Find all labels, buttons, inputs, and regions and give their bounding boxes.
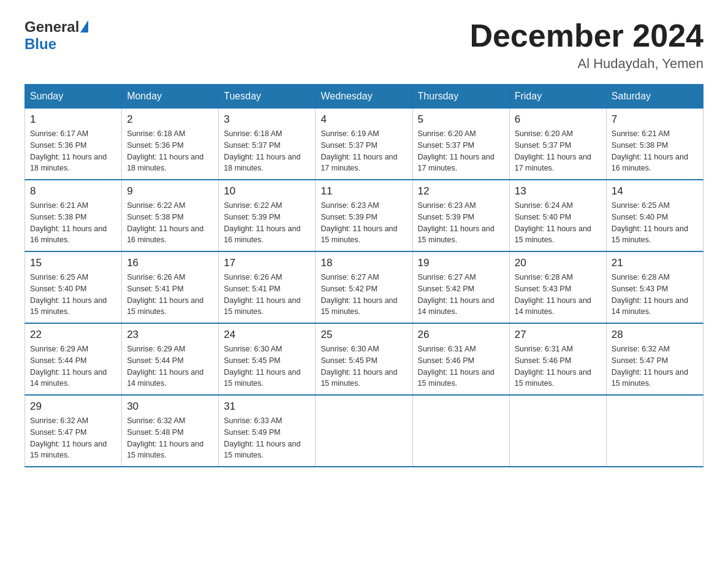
calendar-cell: 25 Sunrise: 6:30 AM Sunset: 5:45 PM Dayl… [316, 323, 412, 395]
day-number: 25 [320, 329, 407, 341]
calendar-cell: 5 Sunrise: 6:20 AM Sunset: 5:37 PM Dayli… [412, 109, 509, 180]
header-saturday: Saturday [606, 85, 703, 109]
day-number: 19 [418, 257, 504, 269]
calendar-cell: 26 Sunrise: 6:31 AM Sunset: 5:46 PM Dayl… [412, 323, 509, 395]
day-number: 4 [320, 113, 407, 126]
week-row-1: 1 Sunrise: 6:17 AM Sunset: 5:36 PM Dayli… [25, 109, 703, 180]
calendar-cell: 1 Sunrise: 6:17 AM Sunset: 5:36 PM Dayli… [25, 109, 122, 180]
calendar-cell: 21 Sunrise: 6:28 AM Sunset: 5:43 PM Dayl… [606, 251, 703, 323]
day-number: 31 [224, 400, 310, 413]
day-number: 2 [127, 113, 213, 126]
calendar-cell: 31 Sunrise: 6:33 AM Sunset: 5:49 PM Dayl… [219, 395, 316, 467]
day-number: 29 [30, 400, 116, 413]
calendar-cell: 30 Sunrise: 6:32 AM Sunset: 5:48 PM Dayl… [122, 395, 219, 467]
calendar-cell: 22 Sunrise: 6:29 AM Sunset: 5:44 PM Dayl… [25, 323, 122, 395]
calendar-cell: 12 Sunrise: 6:23 AM Sunset: 5:39 PM Dayl… [412, 180, 509, 251]
day-info: Sunrise: 6:26 AM Sunset: 5:41 PM Dayligh… [224, 272, 310, 318]
header-tuesday: Tuesday [219, 85, 316, 109]
week-row-4: 22 Sunrise: 6:29 AM Sunset: 5:44 PM Dayl… [25, 323, 703, 395]
day-info: Sunrise: 6:26 AM Sunset: 5:41 PM Dayligh… [127, 272, 213, 318]
calendar-table: SundayMondayTuesdayWednesdayThursdayFrid… [25, 84, 703, 467]
calendar-cell [509, 395, 606, 467]
day-number: 23 [127, 329, 213, 341]
calendar-cell: 10 Sunrise: 6:22 AM Sunset: 5:39 PM Dayl… [219, 180, 316, 251]
day-info: Sunrise: 6:20 AM Sunset: 5:37 PM Dayligh… [515, 128, 601, 174]
day-info: Sunrise: 6:22 AM Sunset: 5:39 PM Dayligh… [224, 200, 310, 246]
calendar-body: 1 Sunrise: 6:17 AM Sunset: 5:36 PM Dayli… [25, 109, 703, 467]
day-info: Sunrise: 6:31 AM Sunset: 5:46 PM Dayligh… [515, 343, 601, 389]
calendar-header-row: SundayMondayTuesdayWednesdayThursdayFrid… [25, 85, 703, 109]
calendar-cell: 7 Sunrise: 6:21 AM Sunset: 5:38 PM Dayli… [606, 109, 703, 180]
day-number: 28 [612, 329, 698, 341]
day-number: 16 [127, 257, 213, 269]
logo: General Blue [25, 18, 88, 52]
calendar-cell: 6 Sunrise: 6:20 AM Sunset: 5:37 PM Dayli… [509, 109, 606, 180]
calendar-cell: 20 Sunrise: 6:28 AM Sunset: 5:43 PM Dayl… [509, 251, 606, 323]
month-title: December 2024 [469, 18, 703, 53]
calendar-cell: 3 Sunrise: 6:18 AM Sunset: 5:37 PM Dayli… [219, 109, 316, 180]
day-info: Sunrise: 6:32 AM Sunset: 5:47 PM Dayligh… [30, 415, 116, 461]
day-info: Sunrise: 6:32 AM Sunset: 5:48 PM Dayligh… [127, 415, 213, 461]
calendar-cell: 8 Sunrise: 6:21 AM Sunset: 5:38 PM Dayli… [25, 180, 122, 251]
day-info: Sunrise: 6:28 AM Sunset: 5:43 PM Dayligh… [515, 272, 601, 318]
day-number: 13 [515, 185, 601, 197]
day-number: 15 [30, 257, 116, 269]
day-info: Sunrise: 6:21 AM Sunset: 5:38 PM Dayligh… [30, 200, 116, 246]
week-row-3: 15 Sunrise: 6:25 AM Sunset: 5:40 PM Dayl… [25, 251, 703, 323]
calendar-cell: 28 Sunrise: 6:32 AM Sunset: 5:47 PM Dayl… [606, 323, 703, 395]
header-thursday: Thursday [412, 85, 509, 109]
day-number: 3 [224, 113, 310, 126]
day-number: 11 [320, 185, 407, 197]
day-info: Sunrise: 6:20 AM Sunset: 5:37 PM Dayligh… [418, 128, 504, 174]
day-number: 1 [30, 113, 116, 126]
day-number: 30 [127, 400, 213, 413]
day-number: 17 [224, 257, 310, 269]
day-number: 26 [418, 329, 504, 341]
day-number: 5 [418, 113, 504, 126]
week-row-2: 8 Sunrise: 6:21 AM Sunset: 5:38 PM Dayli… [25, 180, 703, 251]
week-row-5: 29 Sunrise: 6:32 AM Sunset: 5:47 PM Dayl… [25, 395, 703, 467]
header-sunday: Sunday [25, 85, 122, 109]
day-number: 9 [127, 185, 213, 197]
day-number: 8 [30, 185, 116, 197]
day-info: Sunrise: 6:23 AM Sunset: 5:39 PM Dayligh… [418, 200, 504, 246]
calendar-cell: 11 Sunrise: 6:23 AM Sunset: 5:39 PM Dayl… [316, 180, 412, 251]
day-info: Sunrise: 6:25 AM Sunset: 5:40 PM Dayligh… [612, 200, 698, 246]
day-number: 10 [224, 185, 310, 197]
calendar-cell [606, 395, 703, 467]
day-info: Sunrise: 6:27 AM Sunset: 5:42 PM Dayligh… [320, 272, 407, 318]
calendar-cell: 17 Sunrise: 6:26 AM Sunset: 5:41 PM Dayl… [219, 251, 316, 323]
day-info: Sunrise: 6:31 AM Sunset: 5:46 PM Dayligh… [418, 343, 504, 389]
day-info: Sunrise: 6:17 AM Sunset: 5:36 PM Dayligh… [30, 128, 116, 174]
calendar-cell: 16 Sunrise: 6:26 AM Sunset: 5:41 PM Dayl… [122, 251, 219, 323]
calendar-cell: 23 Sunrise: 6:29 AM Sunset: 5:44 PM Dayl… [122, 323, 219, 395]
calendar-cell: 15 Sunrise: 6:25 AM Sunset: 5:40 PM Dayl… [25, 251, 122, 323]
header-wednesday: Wednesday [316, 85, 412, 109]
day-info: Sunrise: 6:28 AM Sunset: 5:43 PM Dayligh… [612, 272, 698, 318]
day-number: 21 [612, 257, 698, 269]
calendar-cell: 29 Sunrise: 6:32 AM Sunset: 5:47 PM Dayl… [25, 395, 122, 467]
day-info: Sunrise: 6:21 AM Sunset: 5:38 PM Dayligh… [612, 128, 698, 174]
day-number: 12 [418, 185, 504, 197]
calendar-cell: 4 Sunrise: 6:19 AM Sunset: 5:37 PM Dayli… [316, 109, 412, 180]
day-info: Sunrise: 6:30 AM Sunset: 5:45 PM Dayligh… [320, 343, 407, 389]
calendar-cell: 19 Sunrise: 6:27 AM Sunset: 5:42 PM Dayl… [412, 251, 509, 323]
calendar-cell: 2 Sunrise: 6:18 AM Sunset: 5:36 PM Dayli… [122, 109, 219, 180]
day-info: Sunrise: 6:33 AM Sunset: 5:49 PM Dayligh… [224, 415, 310, 461]
day-info: Sunrise: 6:29 AM Sunset: 5:44 PM Dayligh… [127, 343, 213, 389]
day-info: Sunrise: 6:18 AM Sunset: 5:36 PM Dayligh… [127, 128, 213, 174]
day-info: Sunrise: 6:27 AM Sunset: 5:42 PM Dayligh… [418, 272, 504, 318]
day-number: 22 [30, 329, 116, 341]
header-monday: Monday [122, 85, 219, 109]
header-friday: Friday [509, 85, 606, 109]
day-info: Sunrise: 6:24 AM Sunset: 5:40 PM Dayligh… [515, 200, 601, 246]
calendar-cell: 9 Sunrise: 6:22 AM Sunset: 5:38 PM Dayli… [122, 180, 219, 251]
day-number: 24 [224, 329, 310, 341]
calendar-cell: 24 Sunrise: 6:30 AM Sunset: 5:45 PM Dayl… [219, 323, 316, 395]
day-info: Sunrise: 6:23 AM Sunset: 5:39 PM Dayligh… [320, 200, 407, 246]
day-info: Sunrise: 6:25 AM Sunset: 5:40 PM Dayligh… [30, 272, 116, 318]
day-number: 20 [515, 257, 601, 269]
day-info: Sunrise: 6:32 AM Sunset: 5:47 PM Dayligh… [612, 343, 698, 389]
calendar-cell: 13 Sunrise: 6:24 AM Sunset: 5:40 PM Dayl… [509, 180, 606, 251]
calendar-cell [412, 395, 509, 467]
